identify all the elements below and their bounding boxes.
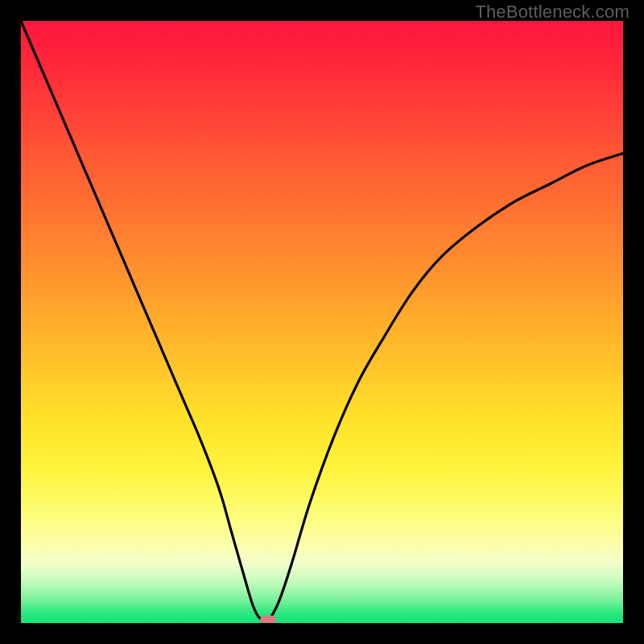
optimal-point-marker	[260, 616, 276, 623]
plot-area	[21, 21, 623, 623]
watermark-text: TheBottleneck.com	[475, 2, 630, 23]
bottleneck-curve	[21, 21, 623, 623]
chart-frame: TheBottleneck.com	[0, 0, 644, 644]
